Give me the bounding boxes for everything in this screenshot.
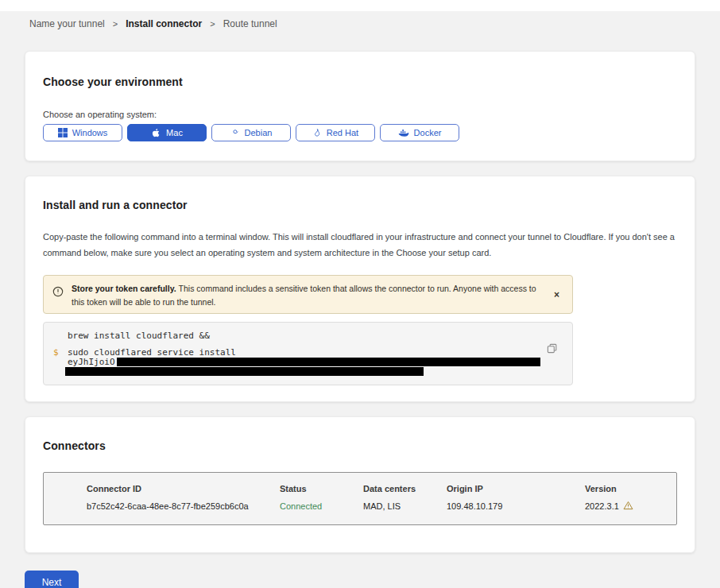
redhat-icon (312, 128, 322, 137)
os-button-mac[interactable]: Mac (127, 124, 207, 141)
connector-origin-ip-value: 109.48.10.179 (447, 501, 585, 511)
copy-icon (547, 344, 557, 356)
os-select-label: Choose an operating system: (43, 110, 677, 119)
os-button-windows[interactable]: Windows (43, 124, 122, 141)
os-button-label: Docker (414, 128, 442, 137)
token-warning-alert: Store your token carefully. This command… (43, 275, 573, 314)
alert-title: Store your token carefully. (72, 284, 179, 293)
docker-icon (398, 129, 409, 137)
alert-message: Store your token carefully. This command… (72, 280, 541, 308)
column-header-data-centers: Data centers (363, 484, 447, 493)
os-button-group: Windows Mac Debian Red Hat Docker (43, 124, 677, 141)
os-button-label: Mac (166, 128, 183, 137)
column-header-origin-ip: Origin IP (447, 484, 585, 493)
breadcrumb-separator: > (113, 19, 118, 29)
connector-id-value: b7c52c42-6caa-48ee-8c77-fbe259cb6c0a (87, 501, 280, 511)
breadcrumb-route-tunnel[interactable]: Route tunnel (223, 18, 277, 29)
breadcrumb-name-your-tunnel[interactable]: Name your tunnel (29, 18, 105, 29)
install-card: Install and run a connector Copy-paste t… (25, 176, 695, 402)
column-header-version: Version (585, 484, 668, 493)
os-button-label: Debian (245, 128, 273, 137)
breadcrumb-separator: > (210, 19, 215, 29)
warning-triangle-icon (623, 501, 633, 512)
connectors-card-title: Connectors (43, 439, 677, 452)
os-button-label: Red Hat (327, 128, 358, 137)
environment-card-title: Choose your environment (43, 75, 677, 88)
top-strip (0, 0, 720, 11)
os-button-redhat[interactable]: Red Hat (296, 124, 375, 141)
environment-card: Choose your environment Choose an operat… (25, 51, 695, 161)
windows-icon (58, 128, 68, 137)
version-text: 2022.3.1 (585, 501, 619, 511)
column-header-status: Status (280, 484, 363, 493)
redacted-token-bar (117, 358, 540, 366)
os-button-debian[interactable]: Debian (211, 124, 291, 141)
redacted-token-bar (65, 367, 424, 376)
token-visible-prefix: eyJhIjoiO (68, 358, 115, 366)
connectors-table: Connector ID Status Data centers Origin … (43, 472, 677, 525)
code-token-line: eyJhIjoiO (68, 358, 540, 366)
install-command-codeblock: brew install cloudflared && $ sudo cloud… (43, 322, 573, 385)
breadcrumb-install-connector[interactable]: Install connector (126, 18, 202, 29)
alert-circle-icon (52, 286, 64, 300)
alert-close-button[interactable]: × (548, 288, 566, 302)
shell-prompt: $ (53, 348, 59, 357)
os-button-docker[interactable]: Docker (380, 124, 459, 141)
install-description: Copy-paste the following command into a … (43, 229, 677, 261)
copy-command-button[interactable] (547, 343, 557, 356)
install-card-title: Install and run a connector (43, 199, 677, 211)
column-header-connector-id: Connector ID (87, 484, 280, 493)
code-line-1: brew install cloudflared && (68, 331, 540, 340)
connector-status-value: Connected (280, 501, 363, 511)
connectors-card: Connectors Connector ID Status Data cent… (25, 416, 695, 553)
connector-version-value: 2022.3.1 (585, 501, 668, 512)
connector-data-centers-value: MAD, LIS (363, 501, 447, 511)
debian-icon (230, 128, 240, 137)
apple-icon (151, 128, 161, 138)
os-button-label: Windows (72, 128, 108, 137)
breadcrumb: Name your tunnel > Install connector > R… (29, 18, 720, 29)
code-line-2: sudo cloudflared service install (68, 348, 540, 357)
next-button[interactable]: Next (25, 571, 79, 588)
